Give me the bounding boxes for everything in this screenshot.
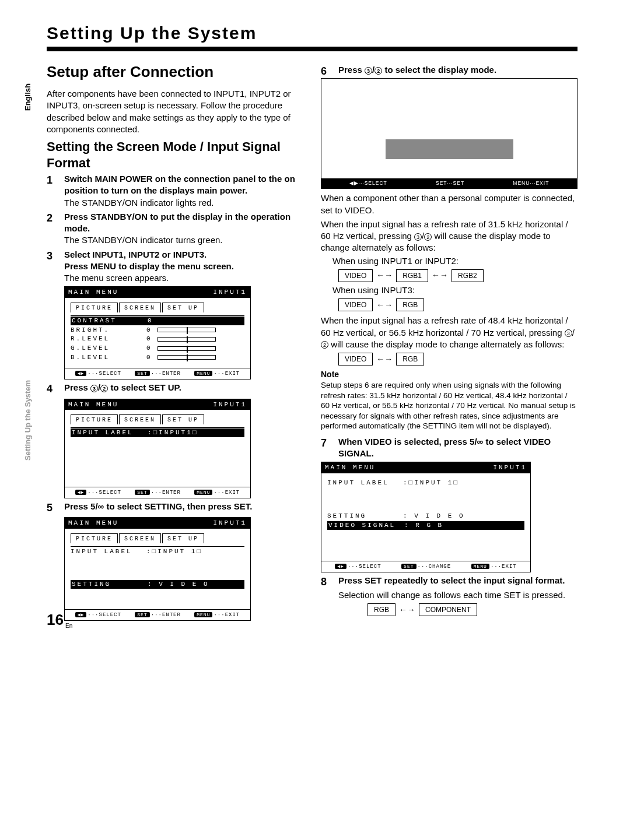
slider-icon — [159, 318, 217, 323]
step-7-text: When VIDEO is selected, press 5/∞ to sel… — [338, 436, 578, 460]
flow-diagram-3: VIDEO ←→ RGB — [338, 353, 578, 365]
step-3b-text: Press MENU to display the menu screen. — [64, 261, 303, 272]
menu1-title-left: MAIN MENU — [68, 288, 118, 297]
side-section-label: Setting Up the System — [23, 380, 32, 461]
menu-screenshot-3: MAIN MENU INPUT1 PICTURE SCREEN SET UP I… — [64, 517, 251, 621]
step-number-7: 7 — [321, 436, 338, 460]
menu-foot-enter: SET···ENTER — [135, 370, 181, 377]
step-number-3: 3 — [47, 249, 64, 273]
step-2-text: Press STANDBY/ON to put the display in t… — [64, 212, 290, 233]
menu1-title-right: INPUT1 — [213, 288, 247, 297]
menu1-tab-setup: SET UP — [162, 303, 204, 312]
menu-screenshot-4: MAIN MENU INPUT1 INPUT LABEL:□INPUT 1□ S… — [321, 462, 531, 572]
step-number-2: 2 — [47, 211, 64, 235]
menu1-row-b: B.LEVEL — [71, 353, 146, 362]
menu1-row-contrast: CONTRAST — [72, 317, 148, 325]
step-number-1: 1 — [47, 173, 64, 197]
step-3a-text: Select INPUT1, INPUT2 or INPUT3. — [64, 249, 303, 261]
right-p2: When the input signal has a refresh rate… — [321, 219, 578, 254]
subsection-title: Setting the Screen Mode / Input Signal F… — [47, 139, 303, 171]
step-2-sub: The STANDBY/ON indicator turns green. — [64, 234, 303, 246]
menu1-tab-screen: SCREEN — [119, 303, 161, 312]
display-mode-diagram: ◀▶···SELECT SET···SET MENU···EXIT — [321, 78, 578, 189]
step-number-8: 8 — [321, 575, 338, 589]
menu-foot-select: ◀▶···SELECT — [75, 370, 121, 377]
right-p1: When a component other than a personal c… — [321, 192, 578, 216]
menu-screenshot-2: MAIN MENU INPUT1 PICTURE SCREEN SET UP I… — [64, 399, 251, 498]
flow1-label: When using INPUT1 or INPUT2: — [332, 255, 578, 267]
menu3-row-setting: SETTING — [72, 580, 148, 589]
step-8-text: Press SET repeatedly to select the input… — [338, 575, 578, 589]
note-body: Setup steps 6 are required only when usi… — [321, 380, 578, 431]
chapter-title: Setting Up the System — [47, 23, 578, 51]
step-4-text: Press 3/2 to select SET UP. — [64, 382, 303, 396]
note-heading: Note — [321, 369, 578, 380]
step-6-text: Press 3/2 to select the display mode. — [338, 64, 578, 78]
step-3-sub: The menu screen appears. — [64, 272, 303, 284]
step-8-sub: Selection will change as follows each ti… — [338, 589, 578, 601]
step-5-text: Press 5/∞ to select SETTING, then press … — [64, 501, 303, 515]
menu-screenshot-1: MAIN MENU INPUT1 PICTURE SCREEN SET UP C… — [64, 286, 251, 379]
flow-diagram-1: VIDEO ←→ RGB1 ←→ RGB2 — [338, 269, 578, 282]
menu-foot-exit: MENU···EXIT — [194, 370, 240, 377]
page-lang: En — [65, 623, 72, 629]
section-title: Setup after Connection — [47, 62, 303, 82]
menu1-tab-picture: PICTURE — [71, 303, 118, 312]
flow-diagram-4: RGB ←→ COMPONENT — [368, 603, 578, 616]
flow2-label: When using INPUT3: — [332, 284, 578, 296]
menu1-row-r: R.LEVEL — [71, 335, 146, 343]
step-number-4: 4 — [47, 382, 64, 396]
menu1-row-bright: BRIGHT. — [71, 326, 146, 335]
intro-paragraph: After components have been connected to … — [47, 88, 303, 135]
menu2-row-inputlabel: INPUT LABEL — [72, 428, 148, 437]
step-number-5: 5 — [47, 501, 64, 515]
step-1-text: Switch MAIN POWER on the connection pane… — [64, 174, 295, 195]
flow-diagram-2: VIDEO ←→ RGB — [338, 298, 578, 311]
page-number: 16 — [47, 611, 64, 629]
right-p3: When the input signal has a refresh rate… — [321, 315, 578, 350]
menu4-row-videosignal: VIDEO SIGNAL — [328, 521, 404, 530]
step-1-sub: The STANDBY/ON indicator lights red. — [64, 197, 303, 209]
step-number-6: 6 — [321, 64, 338, 78]
side-language-label: English — [23, 83, 32, 111]
menu1-row-g: G.LEVEL — [71, 344, 146, 353]
